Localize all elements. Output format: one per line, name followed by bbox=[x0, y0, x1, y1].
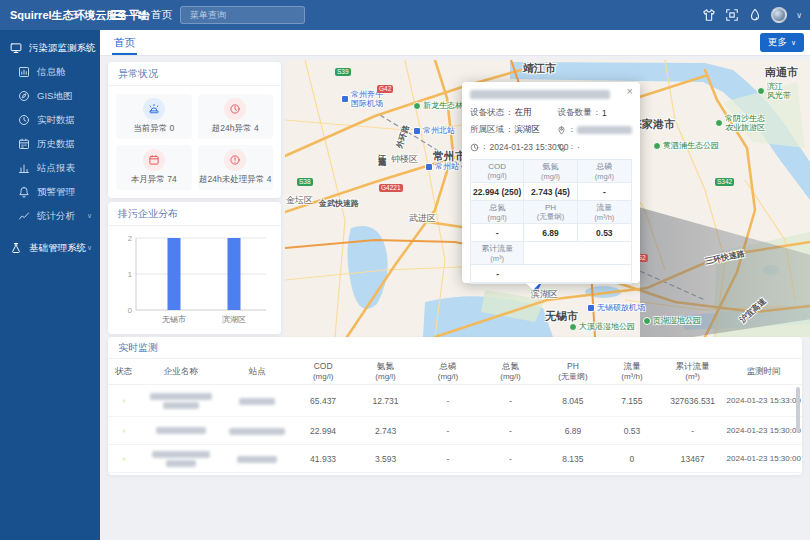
metric-value-流量: 0.53 bbox=[578, 224, 631, 242]
stat-card-2[interactable]: 本月异常 74 bbox=[116, 145, 192, 190]
stat-value: 4 bbox=[264, 174, 271, 184]
breadcrumb[interactable]: 首页 bbox=[137, 0, 172, 30]
warning-icon bbox=[224, 149, 246, 171]
metric-header-总氮: 总氮(mg/l) bbox=[471, 201, 524, 224]
stat-card-3[interactable]: 超24h未处理异常 4 bbox=[198, 145, 274, 190]
col-header-line1: 状态 bbox=[108, 366, 139, 377]
sidebar-item-stat-analysis[interactable]: 统计分析∨ bbox=[0, 204, 100, 228]
metric-unit: (mg/l) bbox=[541, 172, 560, 181]
col-header-line2: (mg/l) bbox=[292, 372, 354, 382]
screenshot-icon[interactable] bbox=[725, 8, 739, 22]
value-cell: 13467 bbox=[660, 454, 726, 464]
col-header-4: 氨氮(mg/l) bbox=[354, 361, 416, 382]
company-cell-redacted bbox=[139, 449, 222, 469]
menu-search[interactable] bbox=[180, 6, 305, 24]
sidebar-item-realtime-data[interactable]: 实时数据 bbox=[0, 108, 100, 132]
clockalert-icon bbox=[224, 98, 246, 120]
calendar-icon bbox=[143, 149, 165, 171]
map[interactable]: 靖江市南通市张家港市常州市无锡市钟楼区武进区金坛区滨湖区金武快速路三环快速路沪宜… bbox=[285, 60, 810, 337]
col-header-8: 流量(m³/h) bbox=[604, 361, 660, 382]
metric-value-总氮: - bbox=[471, 224, 524, 242]
station-name-redacted bbox=[239, 398, 275, 405]
sidebar-item-station-report[interactable]: 站点报表 bbox=[0, 156, 100, 180]
chevron-down-icon: ∨ bbox=[87, 212, 92, 220]
sidebar-item-alarm-manage[interactable]: 预警管理 bbox=[0, 180, 100, 204]
metric-header-总磷: 总磷(mg/l) bbox=[578, 160, 631, 183]
value-cell: 2024-01-23 15:33:00 bbox=[726, 396, 802, 405]
stat-card-label: 本月异常 74 bbox=[131, 174, 177, 186]
metric-unit: (mg/l) bbox=[488, 171, 507, 180]
stat-card-1[interactable]: 超24h异常 4 bbox=[198, 94, 274, 139]
col-header-line2: (mg/l) bbox=[354, 372, 416, 382]
theme-icon[interactable] bbox=[702, 8, 716, 22]
col-header-line1: 流量 bbox=[604, 361, 660, 372]
metric-value-氨氮: 2.743 (45) bbox=[524, 183, 577, 201]
more-button-label: 更多 bbox=[768, 36, 787, 49]
breadcrumb-label: 首页 bbox=[151, 8, 172, 22]
table-row[interactable]: 41.9333.593--8.1350134672024-01-23 15:30… bbox=[108, 445, 802, 473]
panel-realtime-monitor: 实时监测 状态企业名称站点COD(mg/l)氨氮(mg/l)总磷(mg/l)总氮… bbox=[108, 337, 802, 475]
chevron-down-icon: ∨ bbox=[87, 244, 92, 252]
sidebar-item-label: 基础管理系统 bbox=[29, 242, 86, 255]
avatar[interactable] bbox=[771, 7, 787, 23]
station-name-redacted bbox=[229, 428, 285, 435]
table-scrollbar[interactable] bbox=[796, 387, 800, 433]
svg-text:1: 1 bbox=[128, 270, 132, 279]
tab-home[interactable]: 首页 bbox=[112, 30, 137, 55]
phone-icon bbox=[557, 143, 566, 152]
alert-icon bbox=[18, 186, 30, 198]
station-cell-redacted bbox=[222, 454, 291, 464]
clock-icon bbox=[470, 143, 479, 152]
table-row[interactable]: 22.9942.743--6.890.53-2024-01-23 15:30:0… bbox=[108, 417, 802, 445]
col-header-7: PH(无量纲) bbox=[542, 361, 604, 382]
table-row[interactable]: 65.43712.731--8.0457.155327636.5312024-0… bbox=[108, 385, 802, 417]
value-cell: 7.155 bbox=[604, 396, 660, 406]
stat-card-0[interactable]: 当前异常 0 bbox=[116, 94, 192, 139]
svg-text:滨湖区: 滨湖区 bbox=[222, 315, 246, 324]
col-header-line1: 监测时间 bbox=[726, 366, 802, 377]
stats-icon bbox=[18, 210, 30, 222]
popup-info: 设备状态：在用 设备数量：1 所属区域：滨湖区 ： ：2024-01-23 15… bbox=[470, 107, 632, 153]
tabbar: 首页 更多 ∨ bbox=[100, 30, 810, 56]
sidebar-item-base-manage-system[interactable]: 基础管理系统∨ bbox=[0, 236, 100, 260]
panel-realtime-title: 实时监测 bbox=[108, 337, 802, 359]
flame-icon[interactable] bbox=[748, 8, 762, 22]
stat-grid: 当前异常 0超24h异常 4本月异常 74超24h未处理异常 4 bbox=[108, 86, 281, 198]
col-header-line1: COD bbox=[292, 361, 354, 372]
sidebar-item-history-data[interactable]: 历史数据 bbox=[0, 132, 100, 156]
col-header-line2: (m³) bbox=[660, 372, 726, 382]
sidebar-item-label: 统计分析 bbox=[37, 210, 75, 223]
col-header-line1: 总氮 bbox=[479, 361, 541, 372]
search-input[interactable] bbox=[190, 10, 307, 20]
stat-label-text: 超24h未处理异常 bbox=[199, 174, 264, 184]
hamburger-menu-icon[interactable] bbox=[111, 8, 125, 22]
grid-icon bbox=[137, 10, 147, 20]
value-cell: 2024-01-23 15:30:00 bbox=[726, 454, 802, 463]
chevron-up-icon: ∧ bbox=[87, 44, 92, 52]
col-header-5: 总磷(mg/l) bbox=[417, 361, 479, 382]
svg-text:无锡市: 无锡市 bbox=[162, 315, 186, 324]
info-icon bbox=[18, 66, 30, 78]
metric-name: 氨氮 bbox=[542, 161, 558, 172]
value-cell: - bbox=[479, 454, 541, 464]
metric-header-filler bbox=[524, 242, 631, 265]
more-button[interactable]: 更多 ∨ bbox=[760, 33, 804, 52]
value-cell: 65.437 bbox=[292, 396, 354, 406]
bar-chart: 012无锡市滨湖区 bbox=[108, 226, 281, 336]
company-name-redacted bbox=[163, 402, 199, 409]
sidebar-item-info-cabin[interactable]: 信息舱 bbox=[0, 60, 100, 84]
sidebar-item-gis-map[interactable]: GIS地图 bbox=[0, 84, 100, 108]
sidebar-item-label: GIS地图 bbox=[37, 90, 72, 103]
col-header-line2: (mg/l) bbox=[417, 372, 479, 382]
panel-distribution-title: 排污企业分布 bbox=[108, 202, 281, 226]
station-name-redacted bbox=[237, 456, 277, 463]
sidebar-item-pollution-monitor-system[interactable]: 污染源监测系统∧ bbox=[0, 36, 100, 60]
popup-close-icon[interactable]: × bbox=[627, 86, 633, 97]
user-caret-down-icon[interactable]: ∨ bbox=[796, 11, 802, 20]
company-name-redacted bbox=[166, 460, 196, 467]
stat-label-text: 本月异常 bbox=[131, 174, 165, 184]
col-header-line2: (mg/l) bbox=[479, 372, 541, 382]
table-header: 状态企业名称站点COD(mg/l)氨氮(mg/l)总磷(mg/l)总氮(mg/l… bbox=[108, 359, 802, 385]
metric-value-PH: 6.89 bbox=[524, 224, 577, 242]
value-cell: - bbox=[417, 396, 479, 406]
